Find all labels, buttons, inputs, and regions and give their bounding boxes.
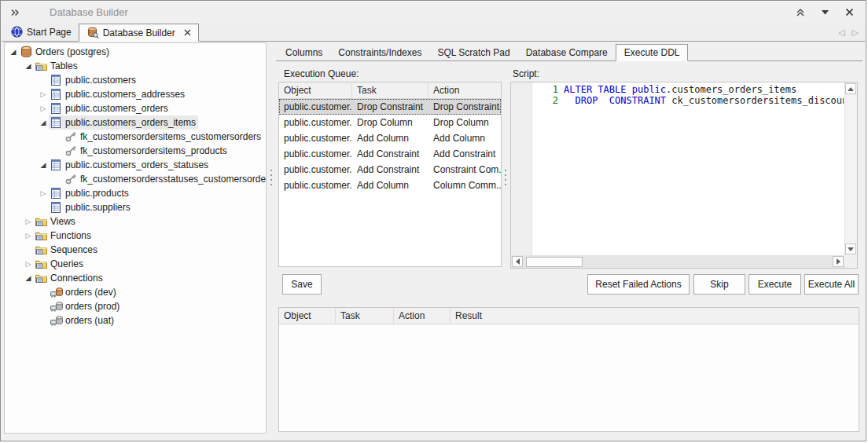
sql-editor[interactable]: 1ALTER TABLE public.customers_orders_ite… bbox=[510, 82, 858, 269]
tree-item[interactable]: ◢Orders (postgres) bbox=[5, 45, 266, 59]
results-body bbox=[279, 324, 859, 431]
scroll-left-icon[interactable] bbox=[512, 256, 523, 267]
tree-item[interactable]: fk_customersordersstatuses_customersorde… bbox=[5, 172, 266, 186]
collapse-tree-icon[interactable]: ◢ bbox=[38, 115, 49, 130]
tree-item[interactable]: fk_customersordersitems_products bbox=[5, 144, 266, 158]
save-button[interactable]: Save bbox=[282, 274, 322, 295]
database-icon bbox=[20, 46, 33, 58]
tab-sql-scratch-pad[interactable]: SQL Scratch Pad bbox=[429, 45, 517, 60]
expand-tree-icon[interactable]: ▷ bbox=[23, 257, 34, 271]
vertical-scrollbar[interactable] bbox=[844, 82, 857, 255]
reset-failed-actions-button[interactable]: Reset Failed Actions bbox=[587, 274, 690, 295]
queue-cell: Drop Constraint bbox=[352, 99, 428, 115]
queue-cell: public.customer... bbox=[279, 99, 352, 115]
sql-keyword: DROP bbox=[575, 95, 598, 106]
scrollbar-thumb[interactable] bbox=[526, 257, 583, 267]
tree-item[interactable]: orders (dev) bbox=[5, 285, 266, 299]
expand-tree-icon[interactable]: ▷ bbox=[38, 186, 49, 200]
start-page-icon bbox=[11, 26, 23, 38]
expand-tree-icon[interactable]: ▷ bbox=[38, 101, 49, 115]
sql-text bbox=[564, 95, 575, 106]
tree-item[interactable]: ◢public.customers_orders_statuses bbox=[5, 158, 266, 172]
tree-item[interactable]: ◢public.customers_orders_items bbox=[5, 115, 266, 130]
panel-menu-chevrons-icon[interactable] bbox=[9, 7, 21, 18]
execute-button[interactable]: Execute bbox=[748, 274, 801, 295]
tree-item[interactable]: public.customers bbox=[5, 73, 266, 87]
scroll-down-icon[interactable] bbox=[845, 243, 856, 254]
queue-row[interactable]: public.customer...Drop ColumnDrop Column bbox=[279, 115, 501, 130]
sql-text: customers_orders_items bbox=[671, 84, 796, 95]
column-header[interactable]: Object bbox=[279, 308, 336, 324]
results-table: ObjectTaskActionResult bbox=[278, 307, 859, 432]
tree-item[interactable]: ▷Queries bbox=[5, 257, 266, 271]
panel-title: Database Builder bbox=[50, 6, 128, 18]
tab-database-compare[interactable]: Database Compare bbox=[518, 45, 616, 60]
tree-item[interactable]: orders (prod) bbox=[5, 299, 266, 313]
tree-item[interactable]: ▷Functions bbox=[5, 229, 266, 243]
column-header[interactable]: Result bbox=[451, 308, 859, 324]
queue-row[interactable]: public.customer...Add ConstraintConstrai… bbox=[279, 162, 501, 178]
queue-cell: public.customer... bbox=[279, 162, 352, 178]
collapse-tree-icon[interactable]: ◢ bbox=[38, 158, 49, 172]
tree-item[interactable]: ◢Connections bbox=[5, 271, 266, 285]
tab-label: Start Page bbox=[27, 27, 72, 38]
tab-database-builder[interactable]: Database Builder bbox=[79, 24, 199, 42]
panel-options-arrow-icon[interactable] bbox=[822, 10, 829, 15]
tab-start-page[interactable]: Start Page bbox=[4, 23, 79, 41]
tree-item[interactable]: fk_customersordersitems_customersorders bbox=[5, 130, 266, 144]
skip-button[interactable]: Skip bbox=[693, 274, 745, 295]
tree-item-label: Connections bbox=[50, 273, 103, 284]
sql-text bbox=[592, 84, 598, 95]
queue-cell: public.customer... bbox=[279, 146, 352, 162]
database-builder-panel: ColumnsConstraints/IndexesSQL Scratch Pa… bbox=[276, 42, 862, 438]
connection-icon bbox=[50, 300, 63, 313]
collapse-tree-icon[interactable]: ◢ bbox=[23, 59, 34, 73]
tab-columns[interactable]: Columns bbox=[278, 45, 330, 60]
functions-folder-icon bbox=[35, 229, 48, 242]
column-header[interactable]: Task bbox=[352, 82, 428, 98]
tab-constraints-indexes[interactable]: Constraints/Indexes bbox=[330, 45, 429, 60]
connection-icon bbox=[50, 314, 63, 327]
tree-item-label: orders (dev) bbox=[65, 287, 116, 298]
tree-splitter[interactable] bbox=[267, 42, 276, 438]
tree-item[interactable]: Sequences bbox=[5, 243, 266, 257]
queue-row[interactable]: public.customer...Add ConstraintAdd Cons… bbox=[279, 146, 501, 162]
column-header[interactable]: Object bbox=[279, 82, 352, 98]
scroll-right-icon[interactable] bbox=[833, 256, 844, 267]
queue-row[interactable]: public.customer...Add ColumnColumn Comm.… bbox=[279, 178, 501, 193]
horizontal-scrollbar[interactable] bbox=[511, 255, 844, 268]
column-header[interactable]: Action bbox=[428, 82, 501, 98]
tree-item[interactable]: orders (uat) bbox=[5, 313, 266, 328]
close-tab-icon[interactable] bbox=[184, 29, 191, 36]
queue-row[interactable]: public.customer...Add ColumnAdd Column bbox=[279, 130, 501, 146]
expand-tree-icon[interactable]: ▷ bbox=[23, 214, 34, 229]
nav-forward-icon[interactable]: ▷ bbox=[852, 27, 859, 38]
results-header-row: ObjectTaskActionResult bbox=[279, 308, 859, 324]
column-header[interactable]: Action bbox=[394, 308, 451, 324]
tab-execute-ddl[interactable]: Execute DDL bbox=[616, 44, 689, 61]
column-header[interactable]: Task bbox=[336, 308, 394, 324]
nav-back-icon[interactable]: ◁ bbox=[838, 27, 844, 38]
scroll-up-icon[interactable] bbox=[845, 83, 856, 94]
queue-cell: Add Column bbox=[428, 130, 501, 146]
tree-item[interactable]: ◢Tables bbox=[5, 59, 266, 73]
table-icon bbox=[50, 116, 63, 129]
collapse-tree-icon[interactable]: ◢ bbox=[23, 271, 34, 285]
expand-tree-icon[interactable]: ▷ bbox=[38, 87, 49, 101]
close-panel-icon[interactable] bbox=[845, 8, 854, 16]
tree-item[interactable]: public.suppliers bbox=[5, 200, 266, 214]
table-icon bbox=[50, 102, 63, 115]
tab-label: Database Builder bbox=[103, 27, 175, 38]
tree-item[interactable]: ▷public.products bbox=[5, 186, 266, 200]
table-icon bbox=[50, 88, 63, 101]
panel-splitter-grip-icon[interactable] bbox=[504, 168, 507, 189]
collapse-tree-icon[interactable]: ◢ bbox=[8, 45, 19, 59]
queue-row[interactable]: public.customer...Drop ConstraintDrop Co… bbox=[279, 99, 501, 115]
tree-item[interactable]: ▷public.customers_orders bbox=[5, 101, 266, 115]
editor-gutter bbox=[511, 82, 532, 255]
execute-all-button[interactable]: Execute All bbox=[804, 274, 859, 295]
tree-item[interactable]: ▷public.customers_addresses bbox=[5, 87, 266, 101]
collapse-panel-icon[interactable] bbox=[795, 7, 806, 17]
expand-tree-icon[interactable]: ▷ bbox=[23, 229, 34, 243]
tree-item[interactable]: ▷Views bbox=[5, 214, 266, 229]
